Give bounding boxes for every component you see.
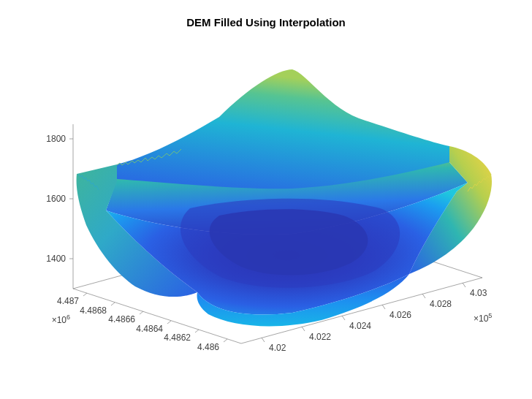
y-axis-exponent: ×106 <box>52 314 70 325</box>
svg-line-3 <box>83 293 87 296</box>
surface-plot-3d: 1400 1600 1800 4.487 4.4868 4.4866 4.486… <box>0 0 532 399</box>
svg-line-11 <box>342 316 345 320</box>
z-tick-label: 1400 <box>46 254 66 264</box>
y-tick-label: 4.4868 <box>80 305 107 316</box>
x-tick-label: 4.03 <box>470 288 487 298</box>
svg-line-9 <box>262 338 265 342</box>
z-axis-ticks: 1400 1600 1800 <box>46 134 73 264</box>
svg-line-10 <box>302 327 305 331</box>
svg-line-5 <box>140 311 143 314</box>
svg-line-14 <box>463 283 466 287</box>
y-tick-label: 4.4862 <box>164 332 191 343</box>
x-axis-exponent: ×105 <box>474 312 492 324</box>
svg-line-12 <box>382 305 385 309</box>
z-tick-label: 1600 <box>46 194 66 204</box>
x-tick-label: 4.026 <box>390 310 411 320</box>
y-tick-label: 4.487 <box>57 296 79 306</box>
svg-line-7 <box>195 330 199 332</box>
svg-line-8 <box>224 339 227 342</box>
x-tick-label: 4.024 <box>349 321 371 331</box>
z-tick-label: 1800 <box>46 134 66 144</box>
y-tick-label: 4.4864 <box>136 324 163 334</box>
svg-line-13 <box>422 294 425 298</box>
y-tick-label: 4.486 <box>197 342 219 352</box>
y-tick-label: 4.4866 <box>108 314 135 324</box>
x-tick-label: 4.022 <box>309 332 331 342</box>
dem-surface <box>77 69 492 326</box>
x-tick-label: 4.028 <box>430 299 452 309</box>
x-tick-label: 4.02 <box>269 343 286 353</box>
svg-line-6 <box>167 321 171 324</box>
svg-line-4 <box>111 303 115 305</box>
